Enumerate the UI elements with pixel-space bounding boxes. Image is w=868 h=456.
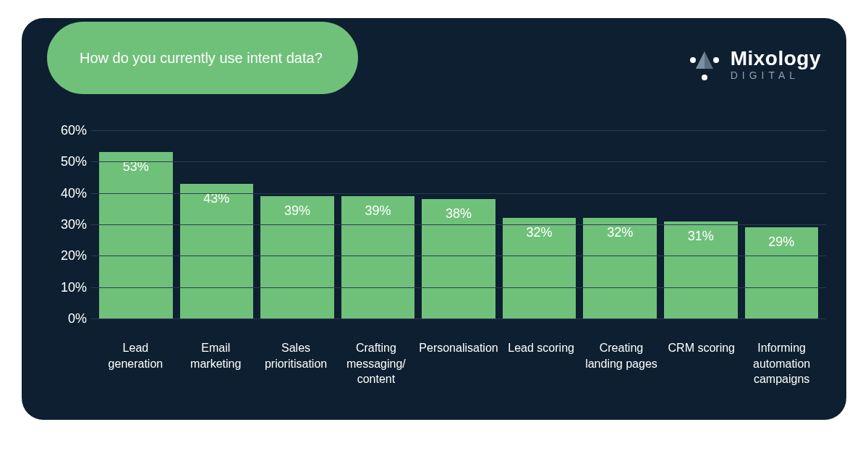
y-tick-label: 10% <box>51 279 87 295</box>
y-tick-label: 60% <box>51 123 87 138</box>
x-tick-label: Personalisation <box>416 340 501 387</box>
bar-value-label: 38% <box>446 206 472 221</box>
y-tick-label: 40% <box>51 185 87 200</box>
bar-value-label: 31% <box>688 229 714 244</box>
svg-point-0 <box>690 57 696 63</box>
bar-value-label: 39% <box>284 203 310 219</box>
bar: 31% <box>664 221 738 318</box>
chart-card: How do you currently use intent data? Mi… <box>22 18 846 420</box>
bar: 53% <box>99 152 173 318</box>
bar: 39% <box>341 196 415 318</box>
bar: 29% <box>745 227 819 318</box>
brand-logo: Mixology DIGITAL <box>687 47 821 82</box>
x-tick-label: Creating landing pages <box>582 340 662 387</box>
bar-chart: 53%43%39%39%38%32%32%31%29% Lead generat… <box>51 130 826 409</box>
gridline <box>91 287 826 288</box>
gridline <box>91 224 826 225</box>
x-tick-label: Lead generation <box>95 340 176 387</box>
brand-text: Mixology DIGITAL <box>731 48 821 80</box>
svg-point-2 <box>702 75 707 80</box>
bar: 38% <box>422 199 495 318</box>
brand-logo-icon <box>687 47 722 82</box>
x-tick-label: Informing automation campaigns <box>741 340 822 387</box>
x-tick-label: Email marketing <box>176 340 256 387</box>
x-tick-label: CRM scoring <box>661 340 741 387</box>
svg-point-1 <box>713 57 719 63</box>
bar-value-label: 29% <box>768 235 794 250</box>
bar: 32% <box>503 218 576 318</box>
brand-name: Mixology <box>731 48 821 69</box>
bar: 43% <box>180 184 254 318</box>
x-tick-label: Crafting messaging/ content <box>336 340 416 387</box>
bar-value-label: 39% <box>365 203 391 219</box>
brand-subtitle: DIGITAL <box>731 70 821 80</box>
bar: 32% <box>583 218 657 318</box>
gridline <box>91 130 826 131</box>
chart-title-pill: How do you currently use intent data? <box>47 22 358 94</box>
gridline <box>91 256 826 256</box>
gridline <box>91 318 826 319</box>
bar: 39% <box>260 196 334 318</box>
y-tick-label: 20% <box>51 248 87 263</box>
y-tick-label: 0% <box>51 311 87 326</box>
y-tick-label: 50% <box>51 154 87 169</box>
chart-title: How do you currently use intent data? <box>80 50 323 67</box>
x-tick-label: Sales prioritisation <box>256 340 336 387</box>
bar-value-label: 32% <box>527 225 553 240</box>
x-tick-label: Lead scoring <box>501 340 582 387</box>
gridline <box>91 161 826 162</box>
y-tick-label: 30% <box>51 217 87 232</box>
x-axis-labels: Lead generationEmail marketingSales prio… <box>91 340 826 387</box>
gridline <box>91 193 826 194</box>
plot-area: 53%43%39%39%38%32%32%31%29% <box>91 130 826 318</box>
bar-value-label: 32% <box>607 225 633 240</box>
